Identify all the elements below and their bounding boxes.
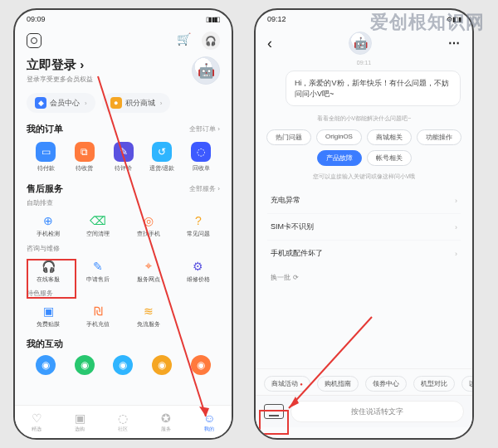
keyboard-icon[interactable] — [264, 404, 284, 419]
pill-label: 会员中心 — [50, 98, 80, 109]
interact-section: 我的互动 ◉ ◉ ◉ ◉ ◉ — [15, 333, 232, 382]
aftersales-section: 售后服务 全部服务 › 自助排查 ⊕手机检测 ⌫空间清理 ◎查找手机 ?常见问题… — [15, 178, 232, 333]
section-title: 售后服务 — [27, 183, 63, 195]
free-film[interactable]: ▣免费贴膜 — [27, 303, 70, 328]
chevron-right-icon: › — [455, 250, 457, 258]
grid-icon: ▣ — [75, 411, 85, 425]
box-icon: ⧉ — [75, 142, 95, 162]
avatar[interactable]: 🤖 — [192, 56, 220, 85]
pill-label: 积分商城 — [125, 98, 155, 109]
refresh-icon: ⟳ — [293, 274, 299, 281]
chip-features[interactable]: 功能操作 — [417, 129, 461, 145]
cart-icon[interactable] — [177, 34, 190, 47]
chat-input-bar: 按住说话转文字 — [256, 395, 472, 427]
interact-icon[interactable]: ◉ — [36, 355, 56, 375]
coin-icon: ● — [110, 97, 122, 109]
nav-community[interactable]: ◌社区 — [118, 411, 128, 433]
chevron-right-icon: › — [85, 100, 87, 107]
location-icon: ⌖ — [140, 258, 157, 275]
circle-icon: ◌ — [118, 411, 128, 425]
question-note: 您可以直接输入关键词或像这样问小V哦 — [256, 169, 472, 184]
repair-price[interactable]: ⚙维修价格 — [177, 258, 220, 283]
voice-input-pill[interactable]: 按住说话转文字 — [290, 401, 464, 422]
bot-avatar: 🤖 — [349, 32, 372, 55]
chevron-right-icon: › — [455, 223, 457, 231]
recharge-icon: ₪ — [90, 303, 106, 319]
order-pending-pay[interactable]: ▭待付款 — [28, 142, 63, 173]
online-service[interactable]: 🎧在线客服 — [27, 258, 70, 283]
support-headset-icon[interactable]: 🎧 — [202, 32, 220, 50]
chip-originos[interactable]: OriginOS — [316, 129, 362, 145]
nav-featured[interactable]: ♡精选 — [32, 411, 42, 433]
order-pending-review[interactable]: ✎待评价 — [106, 142, 141, 173]
gear-icon: ⚙ — [190, 258, 207, 275]
quick-link[interactable]: 领券中心 — [365, 376, 407, 392]
chat-timestamp: 09:11 — [256, 58, 472, 67]
order-pending-receive[interactable]: ⧉待收货 — [67, 142, 102, 173]
special-subtitle: 特色服务 — [27, 285, 220, 299]
aftersales-more-link[interactable]: 全部服务 › — [189, 184, 220, 193]
locate-icon: ◎ — [140, 212, 157, 229]
nav-service[interactable]: ✪服务 — [161, 411, 171, 433]
service-points[interactable]: ⌖服务网点 — [127, 258, 170, 283]
profile-top-header: 🎧 — [15, 28, 232, 51]
status-time: 09:12 — [267, 15, 286, 23]
status-bar: 09:09 ▯▮ ▮◧ — [15, 10, 232, 28]
points-mall-pill[interactable]: ● 积分商城 › — [102, 93, 171, 113]
member-center-pill[interactable]: ◆ 会员中心 › — [27, 93, 95, 113]
faq[interactable]: ?常见问题 — [177, 212, 220, 237]
orders-more-link[interactable]: 全部订单 › — [189, 124, 220, 134]
login-row[interactable]: 立即登录 › 登录享受更多会员权益 🤖 — [15, 51, 232, 88]
nav-mine[interactable]: ☺我的 — [203, 411, 215, 433]
refresh-questions[interactable]: 换一批 ⟳ — [256, 270, 472, 285]
storage-clean[interactable]: ⌫空间清理 — [76, 212, 120, 237]
quick-link[interactable]: 商城活动 ● — [264, 376, 310, 392]
section-title: 我的互动 — [27, 338, 63, 350]
question-item[interactable]: 充电异常 › — [267, 187, 461, 214]
bot-greeting-bubble: Hi，亲爱的V粉，新年快乐！有什么问题，不妨问问小V吧~ — [286, 71, 461, 106]
order-recycle[interactable]: ◌回收单 — [183, 142, 218, 173]
nav-shop[interactable]: ▣选购 — [75, 411, 85, 433]
clean-icon: ⌫ — [90, 212, 106, 229]
apply-aftersales[interactable]: ✎申请售后 — [76, 258, 120, 283]
user-icon: ☺ — [203, 411, 215, 425]
interact-icon[interactable]: ◉ — [75, 355, 95, 375]
comment-icon: ✎ — [114, 142, 134, 162]
quick-links-row[interactable]: 商城活动 ● 购机指南 领券中心 机型对比 以 — [256, 368, 472, 395]
refresh-label: 换一批 — [271, 273, 290, 282]
status-icons: ▯▮ ▮◧ — [206, 16, 220, 23]
chip-hot[interactable]: 热门问题 — [266, 129, 311, 145]
login-subtitle: 登录享受更多会员权益 — [27, 75, 93, 84]
question-text: 充电异常 — [271, 195, 300, 206]
wallet-icon: ▭ — [36, 142, 56, 162]
phone-recharge[interactable]: ₪手机充值 — [76, 303, 120, 328]
interact-icon[interactable]: ◉ — [152, 355, 172, 375]
more-icon[interactable]: ⋯ — [448, 37, 461, 50]
orders-section: 我的订单 全部订单 › ▭待付款 ⧉待收货 ✎待评价 ↺退货/退款 ◌回收单 — [15, 118, 232, 178]
pill-row: ◆ 会员中心 › ● 积分商城 › — [15, 88, 232, 118]
phone-check[interactable]: ⊕手机检测 — [27, 212, 70, 237]
settings-icon[interactable] — [27, 33, 42, 48]
data-icon: ≋ — [140, 303, 157, 319]
interact-icon[interactable]: ◉ — [113, 355, 133, 375]
refund-icon: ↺ — [152, 142, 172, 162]
quick-link[interactable]: 购机指南 — [317, 376, 359, 392]
interact-icon[interactable]: ◉ — [191, 355, 211, 375]
quick-link[interactable]: 以 — [461, 376, 472, 392]
free-data[interactable]: ≋免流服务 — [127, 303, 170, 328]
quick-link[interactable]: 机型对比 — [413, 376, 455, 392]
headset-icon: 🎧 — [40, 258, 56, 275]
chip-account[interactable]: 帐号相关 — [367, 150, 412, 166]
order-refund[interactable]: ↺退货/退款 — [144, 142, 179, 173]
section-title: 我的订单 — [27, 123, 63, 135]
chip-faults[interactable]: 产品故障 — [317, 150, 362, 166]
question-item[interactable]: 手机或配件坏了 › — [267, 241, 461, 266]
phone-check-icon: ⊕ — [40, 212, 56, 229]
form-icon: ✎ — [90, 258, 106, 275]
question-text: SIM卡不识别 — [271, 222, 314, 232]
question-item[interactable]: SIM卡不识别 › — [267, 214, 461, 241]
heart-icon: ♡ — [32, 411, 42, 425]
find-phone[interactable]: ◎查找手机 — [127, 212, 170, 237]
back-icon[interactable]: ‹ — [267, 35, 272, 52]
chip-mall[interactable]: 商城相关 — [367, 129, 412, 145]
